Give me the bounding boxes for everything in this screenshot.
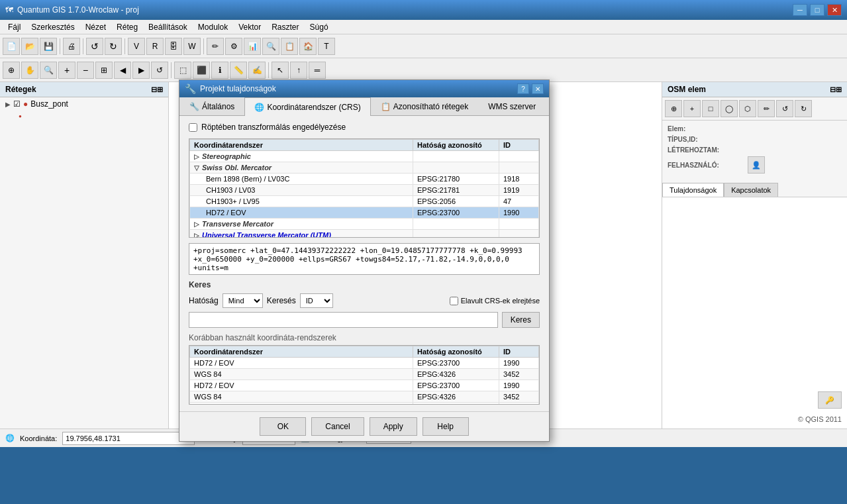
crs-hd72-id: 1990	[499, 207, 539, 219]
crs-ch1903-id: 1919	[499, 185, 539, 196]
search-text-input[interactable]	[189, 312, 498, 328]
dialog-tabs: 🔧 Általános 🌐 Koordinátarendszer (CRS) 📋…	[179, 97, 549, 116]
proj-string-text: +proj=somerc +lat_0=47.14439372222222 +l…	[193, 246, 523, 272]
crs-ch1903-authority: EPSG:21781	[413, 185, 499, 196]
transform-checkbox-row: Röptében transzformálás engedélyezése	[189, 123, 540, 132]
crs-group-swiss[interactable]: ▽Swiss Obl. Mercator	[190, 162, 539, 174]
recent-row-1[interactable]: WGS 84 EPSG:4326 3452	[190, 369, 539, 380]
crs-row-bern[interactable]: Bern 1898 (Bern) / LV03C EPSG:21780 1918	[190, 174, 539, 185]
tab-identifiable[interactable]: 📋 Azonosítható rétegek	[371, 97, 478, 115]
expand-stereographic-icon: ▷	[194, 153, 199, 160]
recent-name-0: HD72 / EOV	[190, 358, 413, 369]
dialog-content: Röptében transzformálás engedélyezése Ko…	[179, 116, 549, 411]
hidden-crs-checkbox[interactable]	[450, 297, 458, 305]
tab-wms[interactable]: WMS szerver	[478, 97, 546, 115]
crs-table: Koordinátarendszer Hatóság azonosító ID …	[189, 139, 539, 238]
tab-general-icon: 🔧	[189, 102, 199, 111]
dialog-help-icon[interactable]: ?	[517, 83, 529, 94]
crs-ch1903-name: CH1903 / LV03	[190, 185, 413, 196]
tab-crs-icon: 🌐	[254, 103, 264, 112]
recent-row-2[interactable]: HD72 / EOV EPSG:23700 1990	[190, 380, 539, 391]
crs-swiss-auth	[413, 162, 499, 174]
crs-ch1903plus-name: CH1903+ / LV95	[190, 196, 413, 207]
crs-hd72-authority: EPSG:23700	[413, 207, 499, 219]
dialog-close-button[interactable]: ✕	[532, 83, 544, 94]
transform-checkbox[interactable]	[189, 123, 197, 132]
tab-general[interactable]: 🔧 Általános	[179, 97, 244, 115]
crs-col-id: ID	[499, 140, 539, 151]
recent-auth-2: EPSG:23700	[413, 380, 499, 391]
authority-select[interactable]: Mind EPSG ESRI	[223, 293, 263, 308]
crs-stereographic-auth	[413, 151, 499, 162]
tab-identifiable-label: Azonosítható rétegek	[393, 102, 468, 111]
recent-auth-4: EPSG:23700	[413, 403, 499, 405]
recent-col-authority: Hatóság azonosító	[413, 346, 499, 358]
crs-group-utm[interactable]: ▷Universal Transverse Mercator (UTM)	[190, 230, 539, 238]
crs-bern-id: 1918	[499, 174, 539, 185]
crs-stereographic-label: Stereographic	[202, 152, 251, 160]
search-options-row: Hatóság Mind EPSG ESRI Keresés ID Név El…	[189, 293, 540, 308]
search-type-label: Keresés	[267, 296, 296, 305]
crs-transverse-id	[499, 219, 539, 230]
recent-row-3[interactable]: WGS 84 EPSG:4326 3452	[190, 391, 539, 403]
recent-auth-1: EPSG:4326	[413, 369, 499, 380]
dialog-buttons: OK Cancel Apply Help	[179, 411, 549, 441]
crs-col-authority: Hatóság azonosító	[413, 140, 499, 151]
expand-swiss-icon: ▽	[194, 164, 199, 172]
hidden-crs-row: Elavult CRS-ek elrejtése	[450, 297, 540, 305]
help-button[interactable]: Help	[423, 417, 469, 436]
recent-row-4[interactable]: HD72 / EOV EPSG:23700 1990	[190, 403, 539, 405]
proj-string-display: +proj=somerc +lat_0=47.14439372222222 +l…	[189, 243, 540, 275]
dialog-title-icon: 🔧	[185, 83, 196, 94]
dialog-title-buttons: ? ✕	[517, 83, 544, 94]
hidden-crs-label: Elavult CRS-ek elrejtése	[461, 297, 540, 305]
tab-identifiable-icon: 📋	[381, 102, 391, 111]
crs-utm-id	[499, 230, 539, 238]
apply-button[interactable]: Apply	[370, 417, 417, 436]
crs-row-ch1903[interactable]: CH1903 / LV03 EPSG:21781 1919	[190, 185, 539, 196]
crs-swiss-label: Swiss Obl. Mercator	[202, 164, 272, 172]
crs-swiss-id	[499, 162, 539, 174]
project-properties-dialog: 🔧 Projekt tulajdonságok ? ✕ 🔧 Általános …	[179, 79, 550, 442]
recent-name-2: HD72 / EOV	[190, 380, 413, 391]
recent-auth-0: EPSG:23700	[413, 358, 499, 369]
crs-stereographic-id	[499, 151, 539, 162]
recent-name-3: WGS 84	[190, 391, 413, 403]
recent-row-0[interactable]: HD72 / EOV EPSG:23700 1990	[190, 358, 539, 369]
tab-crs[interactable]: 🌐 Koordinátarendszer (CRS)	[244, 97, 370, 116]
recent-id-0: 1990	[499, 358, 539, 369]
crs-hd72-name: HD72 / EOV	[190, 207, 413, 219]
recent-table-container[interactable]: Koordinátarendszer Hatóság azonosító ID …	[189, 345, 540, 405]
crs-ch1903plus-authority: EPSG:2056	[413, 196, 499, 207]
search-section-label: Keres	[189, 280, 540, 289]
tab-crs-label: Koordinátarendszer (CRS)	[267, 103, 360, 112]
crs-col-name: Koordinátarendszer	[190, 140, 413, 151]
search-button[interactable]: Keres	[502, 312, 540, 328]
crs-table-container[interactable]: Koordinátarendszer Hatóság azonosító ID …	[189, 138, 540, 238]
dialog-title-text: Projekt tulajdonságok	[200, 84, 276, 93]
crs-group-transverse[interactable]: ▷Transverse Mercator	[190, 219, 539, 230]
search-type-select[interactable]: ID Név	[300, 293, 333, 308]
recent-col-id: ID	[499, 346, 539, 358]
dialog-title-left: 🔧 Projekt tulajdonságok	[185, 83, 276, 94]
recent-auth-3: EPSG:4326	[413, 391, 499, 403]
tab-wms-label: WMS szerver	[488, 102, 536, 111]
recent-label: Korábban használt koordináta-rendszerek	[189, 333, 540, 342]
crs-transverse-auth	[413, 219, 499, 230]
crs-row-ch1903plus[interactable]: CH1903+ / LV95 EPSG:2056 47	[190, 196, 539, 207]
recent-name-4: HD72 / EOV	[190, 403, 413, 405]
recent-name-1: WGS 84	[190, 369, 413, 380]
recent-col-name: Koordinátarendszer	[190, 346, 413, 358]
recent-table: Koordinátarendszer Hatóság azonosító ID …	[189, 346, 539, 405]
recent-id-1: 3452	[499, 369, 539, 380]
dialog-overlay: 🔧 Projekt tulajdonságok ? ✕ 🔧 Általános …	[0, 0, 847, 504]
crs-group-stereographic[interactable]: ▷Stereographic	[190, 151, 539, 162]
transform-label: Röptében transzformálás engedélyezése	[201, 123, 346, 132]
crs-utm-auth	[413, 230, 499, 238]
cancel-button[interactable]: Cancel	[311, 417, 364, 436]
authority-label: Hatóság	[189, 296, 219, 305]
ok-button[interactable]: OK	[260, 417, 306, 436]
crs-bern-authority: EPSG:21780	[413, 174, 499, 185]
crs-row-hd72[interactable]: HD72 / EOV EPSG:23700 1990	[190, 207, 539, 219]
dialog-title-bar: 🔧 Projekt tulajdonságok ? ✕	[179, 80, 549, 97]
